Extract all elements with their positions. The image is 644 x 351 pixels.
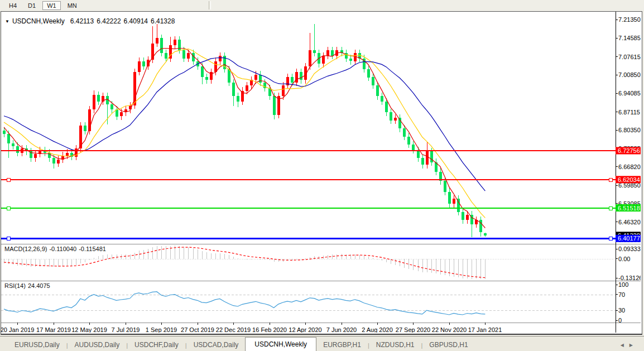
candlestick-series bbox=[3, 24, 487, 237]
tab-nzdusd-h1[interactable]: NZDUSD,H1 bbox=[369, 339, 421, 351]
timeframe-button-w1[interactable]: W1 bbox=[42, 1, 61, 10]
svg-text:27 Sep 2020: 27 Sep 2020 bbox=[396, 326, 430, 333]
svg-text:7.14585: 7.14585 bbox=[618, 35, 641, 41]
rsi-name: RSI(14) bbox=[4, 282, 26, 289]
timeframe-button-mn[interactable]: MN bbox=[63, 1, 81, 10]
svg-text:6.66820: 6.66820 bbox=[618, 164, 641, 170]
timeframe-toolbar: H4D1W1MN bbox=[0, 0, 644, 11]
svg-text:17 Mar 2019: 17 Mar 2019 bbox=[36, 326, 71, 333]
tab-usdcnh-weekly[interactable]: USDCNH,Weekly bbox=[245, 337, 316, 351]
svg-text:6.87115: 6.87115 bbox=[618, 109, 640, 116]
svg-text:27 Oct 2019: 27 Oct 2019 bbox=[181, 326, 214, 333]
timeframe-button-h4[interactable]: H4 bbox=[4, 1, 21, 10]
macd-axis-ticks: 0.093330.00-0.131263 bbox=[616, 246, 641, 281]
rsi-axis-ticks: 10070300 bbox=[616, 281, 628, 324]
pane-frame bbox=[1, 12, 641, 333]
tab-eurgbp-h1[interactable]: EURGBP,H1 bbox=[316, 339, 368, 351]
svg-text:70: 70 bbox=[618, 291, 625, 298]
horizontal-lines bbox=[1, 151, 616, 240]
moving-average-fast-ma[interactable] bbox=[4, 49, 485, 228]
tabs-scroll-arrows: ◀▶ bbox=[621, 343, 638, 348]
svg-text:6.51518: 6.51518 bbox=[618, 205, 640, 211]
chart-window: 7.213507.145857.076157.008506.940856.871… bbox=[1, 11, 642, 335]
svg-text:12 Apr 2020: 12 Apr 2020 bbox=[289, 326, 321, 333]
ohlc-close: 6.41328 bbox=[151, 17, 175, 25]
tab-audusd-daily[interactable]: AUDUSD,Daily bbox=[68, 339, 127, 351]
collapse-triangle-icon[interactable]: ▼ bbox=[5, 19, 9, 24]
svg-text:6.72756: 6.72756 bbox=[618, 147, 640, 154]
svg-text:12 May 2019: 12 May 2019 bbox=[71, 326, 107, 333]
toolbar-separator bbox=[209, 1, 211, 9]
svg-text:6.46320: 6.46320 bbox=[618, 219, 641, 225]
svg-text:0: 0 bbox=[618, 317, 622, 324]
svg-text:20 Jan 2019: 20 Jan 2019 bbox=[1, 326, 34, 333]
tab-usdcad-daily[interactable]: USDCAD,Daily bbox=[187, 339, 246, 351]
price-label-6.62034: 6.62034 bbox=[616, 176, 641, 183]
ohlc-open: 6.42113 bbox=[70, 17, 94, 25]
svg-text:22 Dec 2019: 22 Dec 2019 bbox=[216, 326, 251, 333]
svg-text:6.62034: 6.62034 bbox=[618, 176, 640, 183]
svg-text:6.40177: 6.40177 bbox=[618, 235, 640, 242]
chart-tabs: EURUSD,Daily|AUDUSD,Daily|USDCHF,Daily|U… bbox=[0, 336, 475, 351]
macd-name: MACD(12,26,9) bbox=[4, 246, 47, 252]
chart-tabs-bar: EURUSD,Daily|AUDUSD,Daily|USDCHF,Daily|U… bbox=[0, 336, 644, 351]
svg-text:1 Sep 2019: 1 Sep 2019 bbox=[146, 326, 177, 333]
moving-average-medium-ma[interactable] bbox=[4, 49, 485, 218]
svg-text:7.07615: 7.07615 bbox=[618, 54, 641, 60]
moving-average-slow-ma[interactable] bbox=[4, 57, 485, 191]
svg-text:30: 30 bbox=[618, 307, 625, 314]
svg-text:17 Jan 2021: 17 Jan 2021 bbox=[468, 326, 502, 333]
svg-text:7 Jul 2019: 7 Jul 2019 bbox=[112, 326, 140, 333]
svg-text:-0.131263: -0.131263 bbox=[618, 275, 641, 281]
rsi-label: RSI(14)24.4075 bbox=[4, 282, 52, 289]
svg-text:2 Aug 2020: 2 Aug 2020 bbox=[362, 326, 393, 333]
svg-text:7.21350: 7.21350 bbox=[618, 16, 641, 23]
svg-text:0.09333: 0.09333 bbox=[618, 246, 641, 252]
svg-text:6.94085: 6.94085 bbox=[618, 90, 641, 97]
svg-text:7 Jun 2020: 7 Jun 2020 bbox=[326, 326, 357, 333]
rsi-value: 24.4075 bbox=[28, 282, 50, 289]
tab-usdchf-daily[interactable]: USDCHF,Daily bbox=[128, 339, 185, 351]
price-label-6.40177: 6.40177 bbox=[616, 235, 641, 242]
svg-text:0.00: 0.00 bbox=[618, 256, 630, 262]
svg-text:16 Feb 2020: 16 Feb 2020 bbox=[252, 326, 287, 333]
svg-text:7.00850: 7.00850 bbox=[618, 71, 641, 78]
tab-eurusd-daily[interactable]: EURUSD,Daily bbox=[8, 339, 66, 351]
macd-label: MACD(12,26,9)-0.110040-0.115481 bbox=[4, 246, 108, 252]
macd-value-signal: -0.115481 bbox=[79, 246, 106, 252]
price-label-6.72756: 6.72756 bbox=[616, 147, 641, 155]
chart-canvas[interactable]: 7.213507.145857.076157.008506.940856.871… bbox=[1, 12, 641, 333]
chart-symbol-period: USDCNH,Weekly bbox=[12, 17, 65, 25]
ohlc-low: 6.40914 bbox=[124, 17, 148, 25]
chart-title: ▼USDCNH,Weekly6.421136.422226.409146.413… bbox=[5, 17, 177, 25]
macd-value-main: -0.110040 bbox=[49, 246, 76, 252]
rsi-line bbox=[4, 292, 485, 315]
price-label-6.51518: 6.51518 bbox=[616, 204, 641, 211]
svg-text:6.80350: 6.80350 bbox=[618, 127, 641, 133]
tabs-scroll-left-button[interactable]: ◀ bbox=[621, 343, 629, 348]
timeframe-button-d1[interactable]: D1 bbox=[23, 1, 40, 10]
svg-text:22 Nov 2020: 22 Nov 2020 bbox=[432, 326, 467, 333]
ohlc-high: 6.42222 bbox=[97, 17, 121, 25]
svg-text:100: 100 bbox=[618, 281, 628, 288]
date-axis: 20 Jan 201917 Mar 201912 May 20197 Jul 2… bbox=[1, 323, 502, 333]
tab-gbpusd-h1[interactable]: GBPUSD,H1 bbox=[422, 339, 474, 351]
tabs-scroll-right-button[interactable]: ▶ bbox=[629, 343, 638, 348]
